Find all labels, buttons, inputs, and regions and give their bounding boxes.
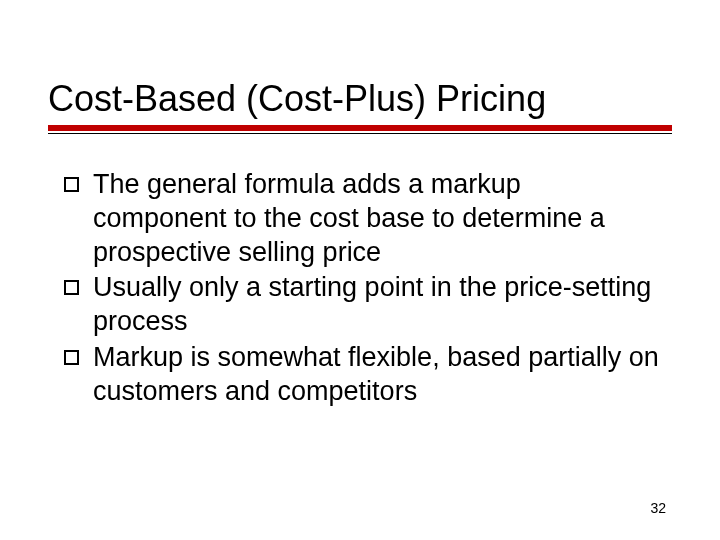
slide: Cost-Based (Cost-Plus) Pricing The gener… [0,0,720,540]
title-block: Cost-Based (Cost-Plus) Pricing [48,78,672,135]
list-item: Usually only a starting point in the pri… [64,271,660,339]
slide-title: Cost-Based (Cost-Plus) Pricing [48,78,672,119]
bullet-text: Usually only a starting point in the pri… [93,271,660,339]
thin-rule [48,133,672,134]
body-content: The general formula adds a markup compon… [64,168,660,410]
list-item: The general formula adds a markup compon… [64,168,660,269]
square-bullet-icon [64,280,79,295]
accent-rule [48,125,672,131]
page-number: 32 [650,500,666,516]
title-underline [48,125,672,135]
square-bullet-icon [64,350,79,365]
bullet-text: The general formula adds a markup compon… [93,168,660,269]
bullet-text: Markup is somewhat flexible, based parti… [93,341,660,409]
square-bullet-icon [64,177,79,192]
list-item: Markup is somewhat flexible, based parti… [64,341,660,409]
